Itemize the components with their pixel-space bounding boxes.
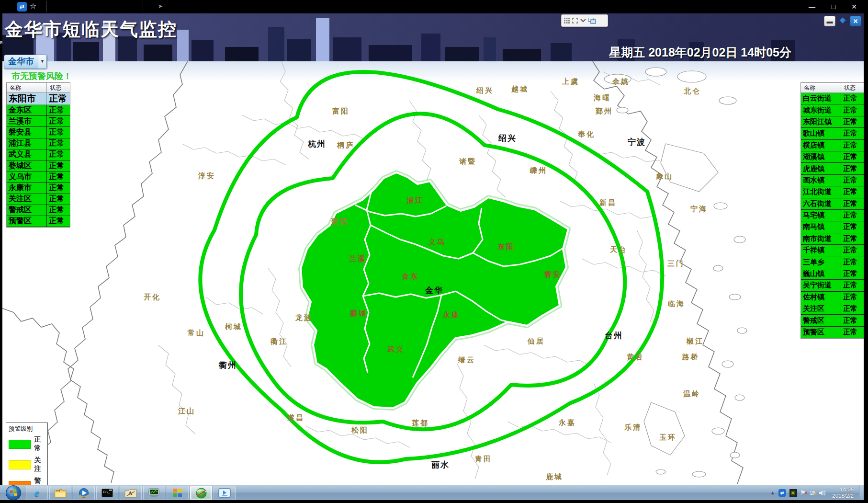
desktop-edge-strip: B xyxy=(0,13,2,485)
table-row[interactable]: 三单乡正常 xyxy=(801,256,864,268)
taskbar-item-screen-player[interactable] xyxy=(214,486,236,500)
drag-grid-icon[interactable] xyxy=(564,18,570,23)
hidden-icons-chevron[interactable]: ▲ xyxy=(770,489,775,497)
table-row[interactable]: 武义县正常 xyxy=(7,149,70,160)
skyline xyxy=(73,42,99,61)
table-row[interactable]: 警戒区正常 xyxy=(801,315,864,326)
table-row[interactable]: 虎鹿镇正常 xyxy=(801,163,864,174)
map-label: 江山 xyxy=(178,407,195,415)
row-status: 正常 xyxy=(47,160,70,171)
table-row[interactable]: 警戒区正常 xyxy=(7,205,70,216)
table-row[interactable]: 歌山镇正常 xyxy=(801,128,864,139)
taskbar-item-monitoring-app[interactable] xyxy=(143,486,165,500)
table-row[interactable]: 南市街道正常 xyxy=(801,233,864,245)
row-name: 预警区 xyxy=(801,327,841,338)
table-row[interactable]: 千祥镇正常 xyxy=(801,245,864,256)
legend-item: 关注 xyxy=(9,456,47,473)
row-name: 虎鹿镇 xyxy=(801,163,841,174)
fullscreen-icon[interactable] xyxy=(572,18,578,23)
table-row[interactable]: 东阳江镇正常 xyxy=(801,116,864,128)
table-row[interactable]: 画水镇正常 xyxy=(801,175,864,186)
row-status: 正常 xyxy=(841,221,864,233)
table-row[interactable]: 巍山镇正常 xyxy=(801,268,864,280)
taskbar-item-command-prompt[interactable]: C:\_ xyxy=(96,486,118,500)
row-name: 警戒区 xyxy=(801,315,841,326)
row-status: 正常 xyxy=(841,303,864,315)
column-header-status[interactable]: 状态 xyxy=(841,83,864,92)
map-label: 象山 xyxy=(655,172,673,180)
chevron-down-icon[interactable]: ▼ xyxy=(38,55,46,69)
monitors-icon[interactable] xyxy=(588,18,596,24)
weather-map[interactable]: 杭州桐庐富阳绍兴越城上虞余姚海曙鄞州北仑宁波奉化绍兴诸暨嵊州新昌宁海象山淳安建德… xyxy=(0,0,868,503)
table-row[interactable]: 永康市正常 xyxy=(7,183,70,194)
action-center-flag-icon[interactable]: ⚑✕ xyxy=(800,489,806,497)
network-warning-icon[interactable]: 🖳⚠ xyxy=(809,489,815,497)
volume-icon[interactable] xyxy=(819,490,826,496)
table-row[interactable]: 江北街道正常 xyxy=(801,186,864,198)
chevron-down-icon[interactable] xyxy=(580,19,586,23)
column-header-name[interactable]: 名称 xyxy=(7,83,47,92)
table-row[interactable]: 关注区正常 xyxy=(7,194,70,205)
table-row[interactable]: 预警区正常 xyxy=(801,327,864,338)
window-close-button[interactable]: ✕ xyxy=(846,0,862,13)
table-row[interactable]: 吴宁街道正常 xyxy=(801,280,864,291)
city-selector-dropdown[interactable]: 金华市 ▼ xyxy=(4,55,47,69)
taskbar-clock[interactable]: 14:06 2018/2/2 xyxy=(832,487,854,499)
table-row[interactable]: 关注区正常 xyxy=(801,303,864,315)
table-row[interactable]: 预警区正常 xyxy=(7,216,70,227)
app-expand-arrows-button[interactable]: ✥ xyxy=(837,16,848,25)
row-name: 婺城区 xyxy=(7,160,47,171)
taskbar-item-file-explorer[interactable] xyxy=(49,486,71,500)
window-minimize-button[interactable]: — xyxy=(804,0,820,13)
row-name: 歌山镇 xyxy=(801,128,841,139)
row-name: 浦江县 xyxy=(7,138,47,149)
row-status: 正常 xyxy=(47,105,70,116)
map-label: 玉环 xyxy=(659,434,676,441)
nvidia-tray-icon[interactable]: ◉ xyxy=(789,489,797,497)
row-status: 正常 xyxy=(841,175,864,186)
app-minimize-button[interactable]: ▬ xyxy=(824,16,835,26)
row-status: 正常 xyxy=(47,183,70,194)
row-status: 正常 xyxy=(47,216,70,227)
column-header-name[interactable]: 名称 xyxy=(801,83,841,92)
taskbar-item-media-player[interactable] xyxy=(73,486,95,500)
table-row[interactable]: 婺城区正常 xyxy=(7,160,70,171)
start-button[interactable] xyxy=(6,485,21,501)
table-row[interactable]: 义乌市正常 xyxy=(7,171,70,183)
table-row[interactable]: 城东街道正常 xyxy=(801,104,864,116)
table-row[interactable]: 浦江县正常 xyxy=(7,138,70,149)
map-label: 东阳 xyxy=(497,242,515,251)
remote-session-toolbar[interactable] xyxy=(561,14,608,27)
table-row[interactable]: 兰溪市正常 xyxy=(7,116,70,127)
teamviewer-tray-icon[interactable]: ⇄ xyxy=(778,489,786,497)
table-row[interactable]: 南马镇正常 xyxy=(801,221,864,233)
table-row[interactable]: 佐村镇正常 xyxy=(801,292,864,303)
table-row[interactable]: 磐安县正常 xyxy=(7,127,70,138)
table-row[interactable]: 马宅镇正常 xyxy=(801,210,864,221)
taskbar-item-weather-app-active[interactable] xyxy=(190,486,212,500)
teamviewer-icon[interactable]: ⇄ xyxy=(17,2,27,11)
table-row[interactable]: 六石街道正常 xyxy=(801,198,864,210)
map-label: 诸暨 xyxy=(459,158,476,165)
app-close-button[interactable]: ✕ xyxy=(850,16,861,26)
table-row[interactable]: 湖溪镇正常 xyxy=(801,151,864,163)
row-status: 正常 xyxy=(841,151,864,163)
window-edge-strip xyxy=(864,0,868,503)
row-status: 正常 xyxy=(841,268,864,280)
row-name: 三单乡 xyxy=(801,256,841,268)
row-name: 南市街道 xyxy=(801,233,841,245)
table-row[interactable]: 金东区正常 xyxy=(7,105,70,116)
nav-arrow-icon[interactable]: ➤ xyxy=(158,3,163,10)
map-label: 绍兴 xyxy=(476,86,494,94)
taskbar-item-design-tool[interactable]: A xyxy=(120,486,142,500)
map-label: 新昌 xyxy=(599,199,617,206)
table-row[interactable]: 横店镇正常 xyxy=(801,140,864,151)
taskbar-item-office-app[interactable] xyxy=(167,486,189,500)
map-label: 婺城 xyxy=(349,309,367,317)
taskbar-item-internet-explorer[interactable]: e xyxy=(26,486,48,500)
column-header-status[interactable]: 状态 xyxy=(47,83,70,92)
window-maximize-button[interactable]: □ xyxy=(825,0,842,13)
favorite-star-icon[interactable]: ☆ xyxy=(30,1,36,11)
table-row[interactable]: 白云街道正常 xyxy=(801,93,864,104)
table-row[interactable]: 东阳市正常 xyxy=(7,93,70,105)
